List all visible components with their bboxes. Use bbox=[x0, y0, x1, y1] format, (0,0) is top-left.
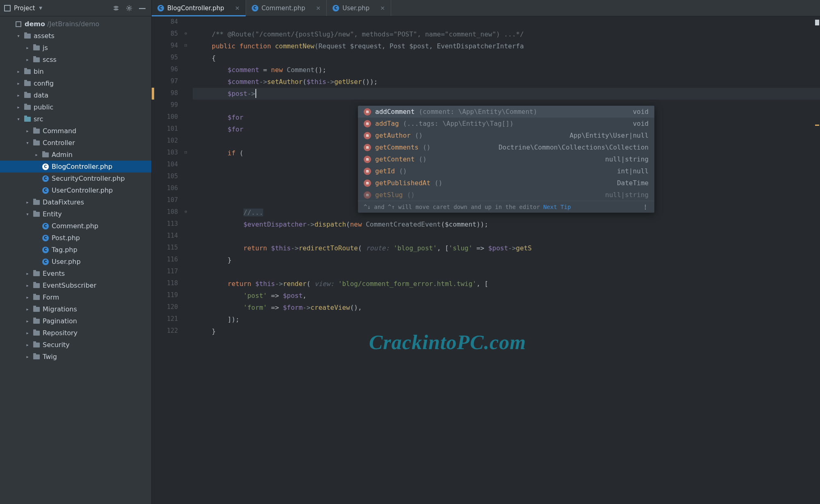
code-line[interactable]: return $this->render( view: 'blog/commen… bbox=[193, 278, 820, 290]
project-tree[interactable]: demo /JetBrains/demo▾assets▸js▸scss▸bin▸… bbox=[0, 16, 152, 504]
suggestion-signature: () bbox=[419, 155, 426, 163]
tree-item[interactable]: ▾src bbox=[0, 113, 151, 125]
chevron-down-icon[interactable]: ▼ bbox=[39, 6, 42, 10]
tree-item[interactable]: ▸Events bbox=[0, 268, 151, 279]
close-icon[interactable]: ✕ bbox=[380, 5, 385, 11]
expand-icon[interactable]: ▸ bbox=[25, 283, 30, 288]
tree-item[interactable]: CUser.php bbox=[0, 256, 151, 268]
tree-item[interactable]: ▸DataFixtures bbox=[0, 196, 151, 208]
fold-icon[interactable]: ⊟ bbox=[184, 43, 187, 48]
autocomplete-item[interactable]: mgetSlug()null|string bbox=[358, 189, 654, 201]
expand-icon[interactable]: ▸ bbox=[25, 271, 30, 276]
code-line[interactable]: $eventDispatcher->dispatch(new CommentCr… bbox=[193, 218, 820, 230]
code-line[interactable]: } bbox=[193, 325, 820, 337]
minimize-icon[interactable]: — bbox=[137, 3, 147, 13]
gear-icon[interactable] bbox=[124, 3, 134, 13]
tree-item[interactable]: ▸Admin bbox=[0, 149, 151, 161]
code-editor[interactable]: 8485949596979899100101102103104105106107… bbox=[152, 16, 820, 504]
tree-item[interactable]: ▾assets bbox=[0, 30, 151, 42]
tree-item[interactable]: ▸EventSubscriber bbox=[0, 279, 151, 291]
tree-item[interactable]: CTag.php bbox=[0, 244, 151, 256]
tree-item-label: SecurityController.php bbox=[52, 175, 125, 182]
tree-item[interactable]: CComment.php bbox=[0, 220, 151, 232]
autocomplete-item[interactable]: mgetContent()null|string bbox=[358, 153, 654, 165]
expand-icon[interactable]: ▸ bbox=[34, 152, 39, 157]
line-number: 117 bbox=[167, 268, 178, 275]
code-line[interactable]: $comment->setAuthor($this->getUser()); bbox=[193, 76, 820, 88]
expand-icon[interactable]: ▸ bbox=[25, 200, 30, 204]
expand-icon[interactable]: ▸ bbox=[25, 354, 30, 359]
fold-icon[interactable]: ⊕ bbox=[184, 31, 187, 36]
module-icon bbox=[16, 21, 21, 27]
expand-icon[interactable]: ▾ bbox=[16, 34, 21, 38]
expand-icon[interactable]: ▸ bbox=[16, 105, 21, 109]
next-tip-link[interactable]: Next Tip bbox=[543, 204, 571, 210]
expand-icon[interactable]: ▾ bbox=[25, 141, 30, 145]
tree-item-label: bin bbox=[34, 68, 44, 75]
code-line[interactable]: $post-> bbox=[193, 88, 820, 100]
autocomplete-popup[interactable]: maddComment(comment: \App\Entity\Comment… bbox=[358, 106, 654, 213]
tree-item[interactable]: ▸public bbox=[0, 101, 151, 113]
expand-icon[interactable]: ▾ bbox=[16, 117, 21, 121]
fold-icon[interactable]: ⊟ bbox=[184, 150, 187, 155]
tree-item[interactable]: demo /JetBrains/demo bbox=[0, 18, 151, 30]
expand-icon[interactable]: ▸ bbox=[25, 129, 30, 133]
code-line[interactable]: return $this->redirectToRoute( route: 'b… bbox=[193, 242, 820, 254]
expand-icon[interactable]: ▸ bbox=[16, 81, 21, 86]
editor-tab[interactable]: CUser.php✕ bbox=[327, 0, 391, 16]
suggestion-name: addTag bbox=[375, 120, 399, 127]
close-icon[interactable]: ✕ bbox=[235, 5, 240, 11]
expand-icon[interactable]: ▸ bbox=[25, 57, 30, 62]
expand-icon[interactable]: ▸ bbox=[25, 45, 30, 50]
autocomplete-item[interactable]: maddComment(comment: \App\Entity\Comment… bbox=[358, 106, 654, 118]
code-line[interactable]: $comment = new Comment(); bbox=[193, 64, 820, 76]
tree-item[interactable]: ▸bin bbox=[0, 66, 151, 77]
editor-tab[interactable]: CBlogController.php✕ bbox=[152, 0, 246, 16]
code-line[interactable]: /** @Route("/comment/{postSlug}/new", me… bbox=[193, 28, 820, 40]
editor-stripe[interactable] bbox=[814, 16, 820, 504]
autocomplete-item[interactable]: mgetAuthor()App\Entity\User|null bbox=[358, 129, 654, 141]
tree-item[interactable]: ▸Migrations bbox=[0, 303, 151, 315]
autocomplete-item[interactable]: mgetComments()Doctrine\Common\Collection… bbox=[358, 141, 654, 153]
tree-item[interactable]: ▾Entity bbox=[0, 208, 151, 220]
code-line[interactable]: ]); bbox=[193, 313, 820, 325]
tree-item[interactable]: ▸js bbox=[0, 42, 151, 54]
tree-item[interactable]: ▾Controller bbox=[0, 137, 151, 149]
editor-tab[interactable]: CComment.php✕ bbox=[246, 0, 327, 16]
expand-icon[interactable]: ▸ bbox=[25, 307, 30, 311]
tree-item[interactable]: ▸scss bbox=[0, 54, 151, 66]
autocomplete-item[interactable]: mgetId()int|null bbox=[358, 165, 654, 177]
more-icon[interactable]: ⋮ bbox=[642, 204, 649, 210]
tree-item[interactable]: ▸data bbox=[0, 89, 151, 101]
tree-item[interactable]: CSecurityController.php bbox=[0, 173, 151, 184]
tree-item[interactable]: ▸Pagination bbox=[0, 315, 151, 327]
code-line[interactable]: 'form' => $form->createView(), bbox=[193, 302, 820, 313]
fold-icon[interactable]: ⊕ bbox=[184, 209, 187, 214]
tree-item[interactable]: ▸Twig bbox=[0, 351, 151, 363]
tree-item[interactable]: ▸Form bbox=[0, 291, 151, 303]
tree-item[interactable]: CPost.php bbox=[0, 232, 151, 244]
expand-icon[interactable]: ▸ bbox=[16, 69, 21, 74]
tree-item[interactable]: CUserController.php bbox=[0, 184, 151, 196]
tree-item[interactable]: ▸Command bbox=[0, 125, 151, 137]
autocomplete-item[interactable]: mgetPublishedAt()DateTime bbox=[358, 177, 654, 189]
tree-item[interactable]: ▸Security bbox=[0, 339, 151, 351]
code-line[interactable]: 'post' => $post, bbox=[193, 290, 820, 302]
expand-icon[interactable]: ▸ bbox=[25, 331, 30, 335]
tree-item[interactable]: CBlogController.php bbox=[0, 161, 151, 173]
code-line[interactable]: } bbox=[193, 254, 820, 266]
tree-item[interactable]: ▸Repository bbox=[0, 327, 151, 339]
expand-icon[interactable]: ▸ bbox=[25, 295, 30, 300]
code-line[interactable]: { bbox=[193, 52, 820, 64]
tree-item[interactable]: ▸config bbox=[0, 77, 151, 89]
autocomplete-item[interactable]: maddTag(...tags: \App\Entity\Tag[])void bbox=[358, 118, 654, 129]
collapse-icon[interactable] bbox=[111, 3, 121, 13]
expand-icon[interactable]: ▸ bbox=[16, 93, 21, 98]
project-dropdown-label[interactable]: Project bbox=[14, 5, 35, 12]
expand-icon[interactable]: ▾ bbox=[25, 212, 30, 216]
code-line[interactable]: public function commentNew(Request $requ… bbox=[193, 40, 820, 52]
expand-icon[interactable]: ▸ bbox=[25, 319, 30, 323]
close-icon[interactable]: ✕ bbox=[316, 5, 321, 11]
expand-icon[interactable]: ▸ bbox=[25, 343, 30, 347]
code-area[interactable]: /** @Route("/comment/{postSlug}/new", me… bbox=[193, 16, 820, 504]
